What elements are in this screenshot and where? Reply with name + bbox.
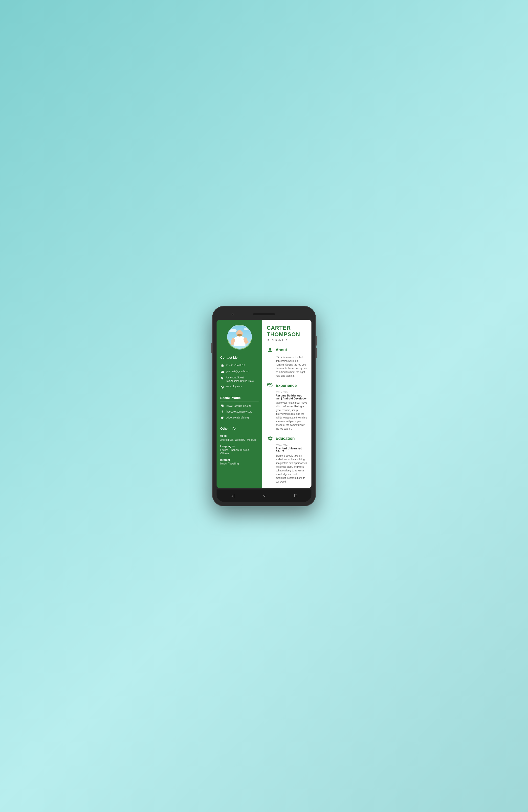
twitter-item: twitter.com/profyl.org xyxy=(220,416,259,420)
social-divider xyxy=(220,401,259,402)
address-contact-item: Almendra Street Los Angeles,United State xyxy=(220,376,259,383)
education-description: Stanford people take on audacious proble… xyxy=(276,454,307,483)
languages-label: Languages xyxy=(220,445,259,448)
linkedin-item: linkedin.com/profyl.org xyxy=(220,404,259,408)
address: Almendra Street Los Angeles,United State xyxy=(226,376,254,383)
facebook-icon xyxy=(220,410,224,414)
phone-contact-item: +1-541-754-3010 xyxy=(220,364,259,368)
facebook-item: facebook.com/profyl.org xyxy=(220,410,259,414)
website-contact-item: www.blog.com xyxy=(220,385,259,389)
home-button[interactable]: ○ xyxy=(263,493,266,498)
linkedin-icon xyxy=(220,404,224,408)
about-header: About xyxy=(267,347,307,353)
phone-screen[interactable]: Contact Me +1-541-754-3010 yourmail@gmai… xyxy=(217,320,311,488)
contact-section: Contact Me +1-541-754-3010 yourmail@gmai… xyxy=(217,353,262,393)
email-contact-item: yourmail@gmail.com xyxy=(220,370,259,374)
experience-description: Make your next career move with confiden… xyxy=(276,401,307,431)
social-section: Social Profile linkedin.com/profyl.org f… xyxy=(217,393,262,424)
email-address: yourmail@gmail.com xyxy=(226,370,249,373)
education-header: Education xyxy=(267,435,307,442)
education-section: Education 2010 - 2014 Stanford Universit… xyxy=(267,435,307,483)
education-date: 2010 - 2014 xyxy=(276,444,307,447)
volume-up-button xyxy=(316,336,317,346)
resume-sidebar: Contact Me +1-541-754-3010 yourmail@gmai… xyxy=(217,320,262,488)
twitter-icon xyxy=(220,416,224,420)
experience-section: Experience 2012 - 2015 Resume Builder Ap… xyxy=(267,382,307,431)
recents-button[interactable]: □ xyxy=(294,493,297,498)
front-camera xyxy=(231,313,234,316)
phone-top-bar xyxy=(217,310,311,318)
back-button[interactable]: ◁ xyxy=(231,493,234,498)
skills-value: Android/iOS, WebRTC , Mockup xyxy=(220,438,259,442)
twitter-url: twitter.com/profyl.org xyxy=(226,416,249,419)
education-icon xyxy=(267,435,274,442)
contact-title: Contact Me xyxy=(220,356,259,359)
main-content: CARTER THOMPSON DESIGNER About CV or Res… xyxy=(262,320,311,488)
resume-container: Contact Me +1-541-754-3010 yourmail@gmai… xyxy=(217,320,311,488)
website-icon xyxy=(220,385,224,389)
other-title: Other Info xyxy=(220,427,259,430)
facebook-url: facebook.com/profyl.org xyxy=(226,410,252,413)
other-section: Other Info Skills Android/iOS, WebRTC , … xyxy=(217,424,262,471)
skills-label: Skills xyxy=(220,435,259,437)
person-name: CARTER THOMPSON xyxy=(267,325,307,338)
about-section: About CV or Resume is the first impressi… xyxy=(267,347,307,378)
experience-header: Experience xyxy=(267,382,307,389)
linkedin-url: linkedin.com/profyl.org xyxy=(226,404,251,407)
languages-value: English, Spanish, Russian, Chinese xyxy=(220,448,259,455)
phone-icon xyxy=(220,364,224,368)
education-title: Education xyxy=(276,436,295,441)
education-degree: Stanford University | BSc IT xyxy=(276,447,307,453)
interest-value: Music, Travelling xyxy=(220,462,259,465)
interest-label: Interest xyxy=(220,458,259,461)
education-entry: 2010 - 2014 Stanford University | BSc IT… xyxy=(267,444,307,483)
about-icon xyxy=(267,347,274,353)
experience-icon xyxy=(267,382,274,389)
volume-down-button xyxy=(316,348,317,358)
about-title: About xyxy=(276,348,287,352)
name-section: CARTER THOMPSON DESIGNER xyxy=(267,325,307,342)
avatar xyxy=(227,325,252,349)
email-icon xyxy=(220,370,224,374)
phone-nav-bar: ◁ ○ □ xyxy=(217,490,311,502)
social-title: Social Profile xyxy=(220,396,259,400)
experience-entry: 2012 - 2015 Resume Builder App Inc. | An… xyxy=(267,391,307,431)
location-icon xyxy=(220,376,224,380)
person-title: DESIGNER xyxy=(267,338,307,342)
experience-title: Experience xyxy=(276,383,297,388)
website-url: www.blog.com xyxy=(226,385,242,388)
phone-number: +1-541-754-3010 xyxy=(226,364,245,367)
experience-job-title: Resume Builder App Inc. | Android Develo… xyxy=(276,394,307,400)
about-description: CV or Resume is the first impression whi… xyxy=(276,356,307,378)
power-button xyxy=(211,343,212,353)
avatar-section xyxy=(217,320,262,353)
phone-speaker xyxy=(253,314,275,315)
experience-date: 2012 - 2015 xyxy=(276,391,307,393)
phone-frame: Contact Me +1-541-754-3010 yourmail@gmai… xyxy=(212,306,316,506)
